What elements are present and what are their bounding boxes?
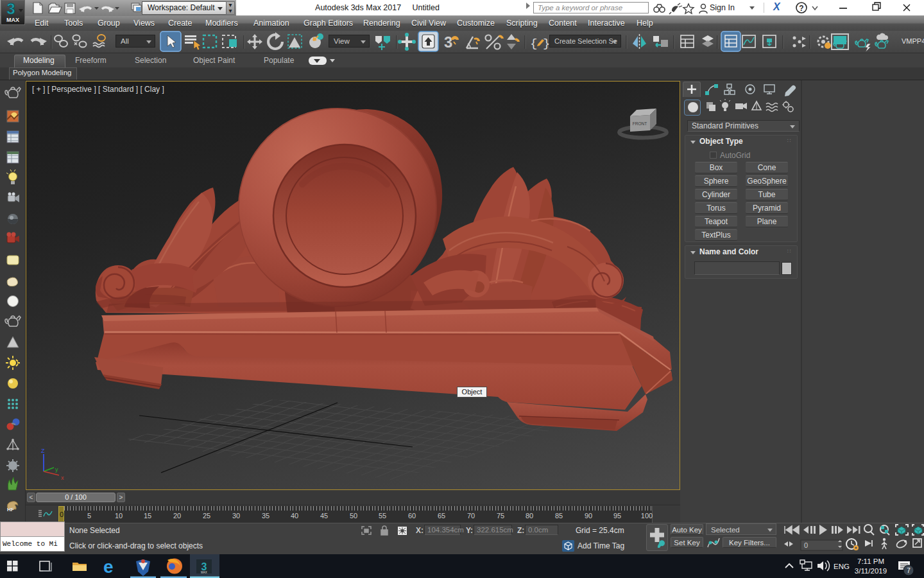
svg-text:x: x <box>61 475 64 481</box>
svg-text:y: y <box>55 466 58 473</box>
svg-text:7: 7 <box>907 567 911 574</box>
svg-text:e: e <box>103 557 114 577</box>
svg-text:ENG: ENG <box>834 563 850 570</box>
svg-text:MAX: MAX <box>201 571 207 574</box>
svg-text:7:11 PM: 7:11 PM <box>857 557 884 565</box>
svg-text:0: 0 <box>804 541 808 549</box>
svg-text:{: { <box>530 37 537 51</box>
svg-text:HF: HF <box>7 507 14 512</box>
svg-text:MAX: MAX <box>6 17 19 23</box>
svg-text:3: 3 <box>444 33 452 51</box>
svg-text:FRONT: FRONT <box>633 121 647 126</box>
svg-text:3/11/2019: 3/11/2019 <box>855 567 887 575</box>
svg-text:?: ? <box>799 4 803 13</box>
svg-text:Z: Z <box>41 448 45 454</box>
svg-text:3: 3 <box>6 0 15 17</box>
